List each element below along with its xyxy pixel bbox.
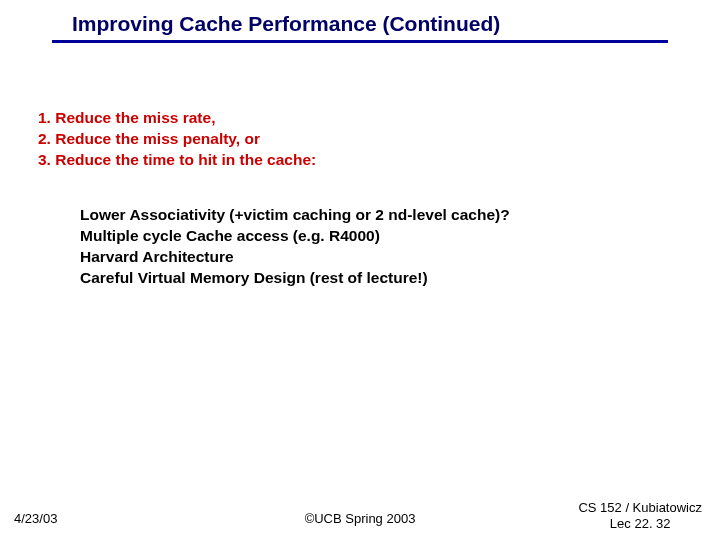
technique-item-1: Lower Associativity (+victim caching or … [80,205,678,226]
technique-item-2: Multiple cycle Cache access (e.g. R4000) [80,226,678,247]
technique-item-4: Careful Virtual Memory Design (rest of l… [80,268,678,289]
title-underline [52,40,668,43]
footer-lecture: Lec 22. 32 [578,516,702,532]
strategy-item-3: 3. Reduce the time to hit in the cache: [38,150,678,171]
footer-course: CS 152 / Kubiatowicz [578,500,702,516]
body-content: 1. Reduce the miss rate, 2. Reduce the m… [38,108,678,288]
title-block: Improving Cache Performance (Continued) [52,12,668,43]
technique-item-3: Harvard Architecture [80,247,678,268]
footer-course-info: CS 152 / Kubiatowicz Lec 22. 32 [578,500,702,533]
technique-list: Lower Associativity (+victim caching or … [80,205,678,289]
strategy-item-1: 1. Reduce the miss rate, [38,108,678,129]
slide-title: Improving Cache Performance (Continued) [52,12,668,40]
strategy-list: 1. Reduce the miss rate, 2. Reduce the m… [38,108,678,171]
slide: Improving Cache Performance (Continued) … [0,0,720,540]
strategy-item-2: 2. Reduce the miss penalty, or [38,129,678,150]
